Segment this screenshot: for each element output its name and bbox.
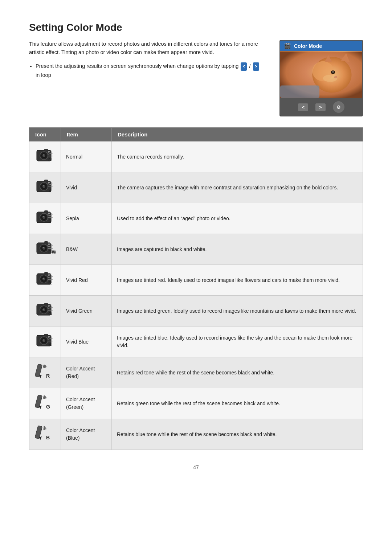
intro-section: This feature allows adjustment to record… [29,40,363,116]
color-mode-icon: V [34,176,56,197]
color-mode-icon: G [34,299,56,320]
next-nav-button[interactable]: > [253,62,259,70]
table-row: R Color Accent (Red)Retains red tone whi… [29,357,363,388]
svg-text:G: G [46,404,50,410]
svg-point-58 [43,278,44,279]
icon-cell: R [29,265,61,296]
description-cell: Images are tinted green. Ideally used to… [112,296,363,327]
page-number: 47 [29,464,363,470]
description-cell: Retains red tone while the rest of the s… [112,357,363,388]
camera-preview: 🎬 Color Mode [279,40,363,116]
description-cell: The camera records normally. [112,141,363,172]
color-accent-icon: R [34,361,56,382]
icon-cell: R [29,357,61,388]
svg-point-80 [43,340,44,341]
color-mode-icon: BW [34,238,56,259]
color-mode-icon: S [34,207,56,228]
svg-text:R: R [46,373,50,379]
cat-photo-svg [280,51,362,98]
col-header-description: Description [112,128,363,141]
table-row: G Color Accent (Green)Retains green tone… [29,388,363,419]
svg-rect-15 [44,149,48,151]
svg-point-6 [332,71,334,73]
svg-rect-81 [44,334,48,336]
table-row: N NormalThe camera records normally. [29,141,363,172]
svg-text:R: R [48,280,52,286]
camera-header: 🎬 Color Mode [280,41,362,51]
icon-cell: G [29,388,61,419]
color-accent-icon: B [34,423,56,444]
item-cell: Vivid Blue [61,327,112,357]
svg-point-25 [43,185,44,186]
item-cell: Color Accent (Blue) [61,419,112,450]
prev-nav-button[interactable]: < [241,62,247,70]
color-mode-icon: N [34,145,56,166]
color-mode-table: Icon Item Description [29,127,363,450]
svg-text:V: V [48,188,52,193]
col-header-item: Item [61,128,112,141]
description-cell: Retains green tone while the rest of the… [112,388,363,419]
svg-text:BW: BW [48,249,56,255]
icon-cell: V [29,172,61,203]
camera-controls: < > ⚙ [280,98,362,116]
table-row: S SepiaUsed to add the effect of an “age… [29,203,363,234]
table-header: Icon Item Description [29,128,363,141]
description-cell: The camera captures the image with more … [112,172,363,203]
svg-text:B: B [46,435,50,440]
svg-text:S: S [48,218,52,224]
item-cell: B&W [61,234,112,265]
description-cell: Images are tinted blue. Ideally used to … [112,327,363,357]
col-header-icon: Icon [29,128,61,141]
item-cell: Normal [61,141,112,172]
item-cell: Color Accent (Green) [61,388,112,419]
bullet-list: Present the adjusting results on screen … [29,62,265,79]
description-cell: Images are captured in black and white. [112,234,363,265]
svg-rect-48 [44,241,48,243]
table-row: R Vivid RedImages are tinted red. Ideall… [29,265,363,296]
svg-rect-9 [280,85,319,98]
svg-point-69 [43,309,44,310]
svg-rect-26 [44,180,48,181]
intro-paragraph: This feature allows adjustment to record… [29,40,265,57]
svg-rect-37 [44,210,48,212]
camera-next-button[interactable]: > [315,103,326,111]
intro-text: This feature allows adjustment to record… [29,40,265,116]
svg-point-47 [43,247,44,248]
icon-cell: S [29,203,61,234]
camera-settings-icon[interactable]: ⚙ [333,101,344,113]
table-row: G Vivid GreenImages are tinted green. Id… [29,296,363,327]
table-row: B Vivid BlueImages are tinted blue. Idea… [29,327,363,357]
page-title: Setting Color Mode [29,22,363,33]
camera-mode-label: Color Mode [294,43,322,49]
table-row: B Color Accent (Blue)Retains blue tone w… [29,419,363,450]
camera-mode-icon: 🎬 [284,42,291,49]
camera-prev-button[interactable]: < [298,103,308,111]
color-accent-icon: G [34,392,56,413]
icon-cell: N [29,141,61,172]
table-row: V VividThe camera captures the image wit… [29,172,363,203]
svg-point-8 [323,75,337,82]
table-row: BW B&WImages are captured in black and w… [29,234,363,265]
color-mode-icon: B [34,330,56,351]
svg-text:N: N [48,157,52,162]
item-cell: Vivid [61,172,112,203]
svg-text:B: B [48,342,52,347]
svg-point-14 [43,155,44,156]
item-cell: Sepia [61,203,112,234]
item-cell: Vivid Red [61,265,112,296]
svg-point-36 [43,216,44,217]
icon-cell: G [29,296,61,327]
icon-cell: BW [29,234,61,265]
camera-image [280,51,362,98]
item-cell: Color Accent (Red) [61,357,112,388]
description-cell: Images are tinted red. Ideally used to r… [112,265,363,296]
icon-cell: B [29,419,61,450]
color-mode-icon: R [34,268,56,290]
bullet-item: Present the adjusting results on screen … [36,62,265,79]
icon-cell: B [29,327,61,357]
table-body: N NormalThe camera records normally. [29,141,363,450]
svg-text:G: G [48,311,52,316]
svg-rect-70 [44,303,48,305]
description-cell: Used to add the effect of an “aged” phot… [112,203,363,234]
svg-rect-59 [44,272,48,274]
